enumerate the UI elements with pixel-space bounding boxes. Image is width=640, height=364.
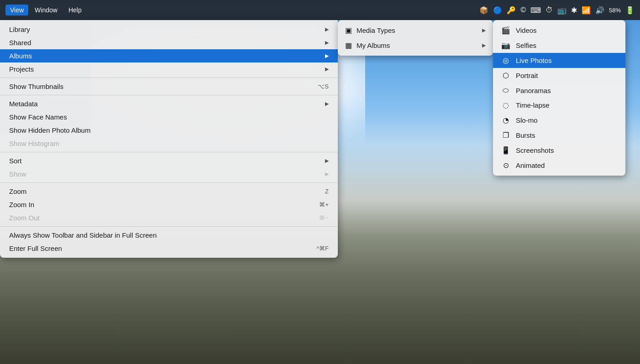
menu-item-zoom[interactable]: Zoom Z <box>0 185 338 198</box>
show-arrow: ▶ <box>325 171 329 177</box>
menu-item-show: Show ▶ <box>0 167 338 181</box>
submenu2-portrait[interactable]: ⬡ Portrait <box>493 68 625 83</box>
menu-item-library[interactable]: Library ▶ <box>0 23 338 36</box>
dropbox-icon[interactable]: 📦 <box>479 6 488 15</box>
metadata-arrow: ▶ <box>325 101 329 107</box>
albums-arrow: ▶ <box>325 53 329 59</box>
submenu2-animated[interactable]: ⊙ Animated <box>493 158 625 173</box>
submenu2-screenshots[interactable]: 📱 Screenshots <box>493 143 625 158</box>
projects-arrow: ▶ <box>325 66 329 72</box>
menu-item-histogram: Show Histogram <box>0 137 338 150</box>
bluetooth-icon[interactable]: ✱ <box>571 6 577 15</box>
menu-item-enter-fullscreen[interactable]: Enter Full Screen ^⌘F <box>0 242 338 255</box>
menu-item-zoom-out: Zoom Out ⌘− <box>0 211 338 224</box>
media-types-arrow: ▶ <box>482 27 486 33</box>
menubar-left: View Window Help <box>5 5 479 16</box>
menu-item-sort[interactable]: Sort ▶ <box>0 154 338 167</box>
portrait-icon: ⬡ <box>500 71 511 80</box>
separator-5 <box>0 226 338 227</box>
timer-icon[interactable]: ⏱ <box>546 6 553 14</box>
animated-icon: ⊙ <box>500 161 511 170</box>
albums-submenu: ▣ Media Types ▶ ▦ My Albums ▶ <box>338 20 493 56</box>
shared-arrow: ▶ <box>325 40 329 46</box>
sort-arrow: ▶ <box>325 158 329 164</box>
selfies-icon: 📷 <box>500 41 511 50</box>
separator-1 <box>0 78 338 78</box>
submenu2-slo-mo[interactable]: ◔ Slo-mo <box>493 113 625 128</box>
separator-3 <box>0 152 338 152</box>
submenu2-bursts[interactable]: ❐ Bursts <box>493 128 625 143</box>
menu-item-metadata[interactable]: Metadata ▶ <box>0 97 338 110</box>
submenu2-selfies[interactable]: 📷 Selfies <box>493 38 625 53</box>
system-icons: 📦 🔵 🔑 © ⌨ ⏱ 📺 ✱ 📶 🔊 58% 🔋 <box>479 6 635 15</box>
battery-icon: 🔋 <box>625 6 635 15</box>
view-menu-dropdown: Library ▶ Shared ▶ Albums ▶ Projects ▶ S… <box>0 20 338 258</box>
screenshots-icon: 📱 <box>500 146 511 155</box>
my-albums-icon: ▦ <box>345 41 352 50</box>
menubar-right: 📦 🔵 🔑 © ⌨ ⏱ 📺 ✱ 📶 🔊 58% 🔋 <box>479 6 635 15</box>
submenu2-videos[interactable]: 🎬 Videos <box>493 23 625 38</box>
menu-item-hidden-album[interactable]: Show Hidden Photo Album <box>0 124 338 137</box>
battery-text: 58% <box>609 7 621 14</box>
slo-mo-icon: ◔ <box>500 116 511 125</box>
menu-item-zoom-in[interactable]: Zoom In ⌘+ <box>0 198 338 211</box>
live-photos-icon: ◎ <box>500 56 511 65</box>
craft-icon[interactable]: © <box>520 6 526 14</box>
bursts-icon: ❐ <box>500 131 511 140</box>
menu-item-show-thumbnails[interactable]: Show Thumbnails ⌥S <box>0 80 338 93</box>
separator-2 <box>0 95 338 95</box>
menubar: View Window Help 📦 🔵 🔑 © ⌨ ⏱ 📺 ✱ 📶 🔊 58%… <box>0 0 640 20</box>
menu-item-face-names[interactable]: Show Face Names <box>0 110 338 124</box>
media-types-icon: ▣ <box>345 26 352 35</box>
submenu2-panoramas[interactable]: ⬭ Panoramas <box>493 83 625 98</box>
submenu-my-albums[interactable]: ▦ My Albums ▶ <box>338 38 493 53</box>
menu-view[interactable]: View <box>5 5 28 16</box>
menu-window[interactable]: Window <box>30 5 62 16</box>
menu-item-always-show-toolbar[interactable]: Always Show Toolbar and Sidebar in Full … <box>0 229 338 242</box>
onepassword-icon[interactable]: 🔑 <box>507 6 516 15</box>
menu-item-shared[interactable]: Shared ▶ <box>0 36 338 49</box>
wifi-icon[interactable]: 📶 <box>582 6 591 15</box>
my-albums-arrow: ▶ <box>482 42 486 48</box>
media-types-submenu: 🎬 Videos 📷 Selfies ◎ Live Photos ⬡ Portr… <box>493 20 625 176</box>
panoramas-icon: ⬭ <box>500 86 511 94</box>
keyboard-icon[interactable]: ⌨ <box>530 6 541 15</box>
volume-icon[interactable]: 🔊 <box>595 6 604 15</box>
submenu-media-types[interactable]: ▣ Media Types ▶ <box>338 23 493 38</box>
separator-4 <box>0 182 338 183</box>
coda-icon[interactable]: 🔵 <box>493 6 502 15</box>
menu-help[interactable]: Help <box>64 5 86 16</box>
menu-item-albums[interactable]: Albums ▶ <box>0 49 338 62</box>
submenu2-time-lapse[interactable]: ◌ Time-lapse <box>493 98 625 113</box>
airplay-icon[interactable]: 📺 <box>557 6 567 15</box>
menu-item-projects[interactable]: Projects ▶ <box>0 62 338 76</box>
submenu2-live-photos[interactable]: ◎ Live Photos <box>493 53 625 68</box>
videos-icon: 🎬 <box>500 26 511 35</box>
time-lapse-icon: ◌ <box>500 101 511 109</box>
library-arrow: ▶ <box>325 26 329 32</box>
